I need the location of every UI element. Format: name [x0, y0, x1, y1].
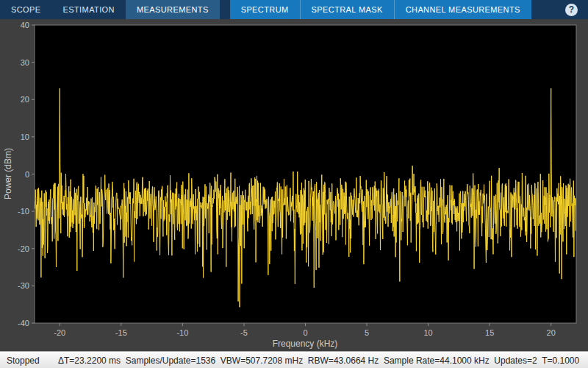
x-tick-label: 20 — [547, 328, 556, 337]
y-tick-label: 0 — [25, 170, 29, 179]
status-bar: Stopped ΔT=23.2200 ms Samples/Update=153… — [0, 351, 588, 368]
y-tick-label: 40 — [21, 21, 29, 29]
x-tick-label: 5 — [365, 328, 369, 337]
status-metrics: ΔT=23.2200 ms Samples/Update=1536 VBW=50… — [58, 355, 579, 366]
x-tick-label: -20 — [54, 328, 65, 337]
y-axis-label: Power (dBm) — [3, 148, 13, 199]
x-tick-label: -15 — [115, 328, 127, 337]
x-tick-label: 0 — [303, 328, 307, 337]
y-tick-label: -40 — [18, 319, 29, 328]
spectrum-plot: -20-15-10-505101520403020100-10-20-30-40… — [0, 19, 588, 351]
x-tick-label: 15 — [485, 328, 494, 337]
x-tick-label: -5 — [240, 328, 248, 337]
tab-channel-measurements[interactable]: CHANNEL MEASUREMENTS — [394, 0, 531, 19]
x-tick-label: -10 — [176, 328, 188, 337]
y-tick-label: -30 — [18, 281, 29, 290]
question-mark-icon: ? — [569, 4, 574, 15]
y-tick-label: -10 — [18, 207, 29, 216]
y-tick-label: -20 — [18, 244, 29, 253]
plot-region: -20-15-10-505101520403020100-10-20-30-40… — [0, 19, 588, 351]
spectrum-analyzer-window: SCOPE ESTIMATION MEASUREMENTS SPECTRUM S… — [0, 0, 588, 368]
tab-spectral-mask[interactable]: SPECTRAL MASK — [300, 0, 394, 19]
x-axis-label: Frequency (kHz) — [273, 339, 338, 349]
help-button[interactable]: ? — [565, 4, 578, 16]
y-tick-label: 20 — [21, 95, 29, 104]
tab-measurements[interactable]: MEASUREMENTS — [126, 0, 220, 19]
plot-area[interactable] — [35, 25, 576, 323]
tabbar-spacer — [531, 0, 565, 19]
toolstrip-tabbar: SCOPE ESTIMATION MEASUREMENTS SPECTRUM S… — [0, 0, 588, 19]
x-tick-label: 10 — [423, 328, 432, 337]
status-state: Stopped — [0, 355, 58, 366]
tab-estimation[interactable]: ESTIMATION — [52, 0, 126, 19]
y-tick-label: 30 — [21, 58, 29, 67]
tab-spectrum[interactable]: SPECTRUM — [230, 0, 300, 19]
y-tick-label: 10 — [21, 132, 29, 141]
tab-scope[interactable]: SCOPE — [0, 0, 52, 19]
